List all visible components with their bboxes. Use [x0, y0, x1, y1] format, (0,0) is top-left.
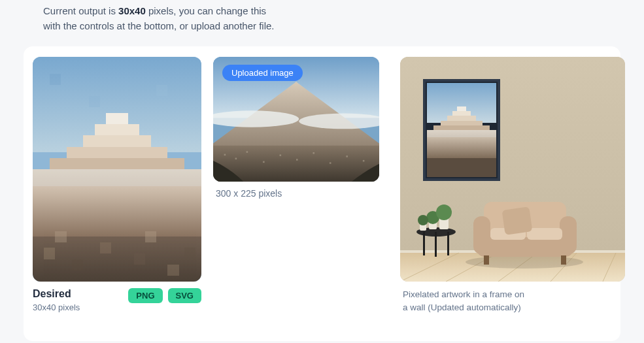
svg-rect-71	[502, 206, 533, 235]
svg-rect-5	[50, 158, 184, 169]
svg-rect-55	[423, 232, 425, 255]
desired-title: Desired	[33, 288, 80, 300]
svg-rect-15	[55, 231, 66, 242]
desired-panel: Desired 30x40 pixels PNG SVG	[33, 57, 201, 312]
svg-rect-25	[224, 154, 226, 156]
intro-suffix2: with the controls at the bottom, or uplo…	[43, 20, 275, 31]
upload-sub: 300 x 225 pixels	[213, 188, 379, 199]
svg-rect-33	[346, 155, 348, 157]
svg-rect-34	[363, 160, 365, 162]
svg-rect-31	[313, 152, 314, 154]
svg-rect-48	[447, 116, 475, 120]
svg-rect-4	[67, 147, 168, 158]
svg-rect-27	[246, 151, 248, 153]
svg-rect-47	[452, 111, 471, 116]
intro-suffix1: pixels, you can change this	[146, 5, 266, 16]
wall-sub-line2: a wall (Updated automatically)	[403, 302, 521, 312]
svg-rect-9	[44, 248, 55, 259]
svg-rect-13	[167, 265, 178, 276]
desired-image	[33, 57, 201, 282]
svg-rect-11	[100, 242, 111, 253]
svg-rect-10	[72, 259, 83, 270]
svg-rect-1	[106, 113, 128, 124]
svg-rect-50	[433, 125, 490, 130]
intro-text: Current output is 30x40 pixels, you can …	[0, 0, 644, 33]
svg-rect-17	[50, 74, 61, 85]
download-png-button[interactable]: PNG	[128, 288, 162, 303]
svg-rect-57	[435, 232, 437, 257]
svg-rect-72	[484, 255, 489, 265]
wall-panel: Pixelated artwork in a frame on a wall (…	[400, 57, 625, 315]
wall-mockup	[400, 57, 625, 282]
wall-sub-line1: Pixelated artwork in a frame on	[403, 289, 524, 299]
svg-rect-52	[426, 130, 497, 137]
svg-rect-2	[95, 124, 140, 135]
svg-rect-24	[213, 146, 379, 182]
svg-point-61	[436, 204, 452, 220]
svg-rect-53	[426, 158, 497, 177]
download-svg-button[interactable]: SVG	[168, 288, 201, 303]
intro-dims: 30x40	[118, 5, 146, 16]
svg-rect-56	[447, 232, 449, 255]
wall-sub: Pixelated artwork in a frame on a wall (…	[400, 288, 625, 315]
svg-point-63	[418, 215, 428, 225]
svg-rect-70	[527, 228, 562, 240]
svg-rect-3	[83, 135, 150, 146]
svg-rect-29	[280, 154, 282, 156]
svg-rect-7	[33, 169, 201, 186]
svg-rect-32	[330, 162, 331, 164]
svg-rect-49	[441, 121, 483, 125]
uploaded-image: Uploaded image	[213, 57, 379, 182]
svg-rect-30	[296, 159, 298, 161]
svg-rect-46	[457, 106, 466, 111]
svg-rect-14	[184, 248, 195, 259]
svg-rect-19	[89, 96, 100, 107]
svg-rect-67	[473, 216, 490, 254]
desired-sub: 30x40 pixels	[33, 302, 80, 312]
svg-rect-26	[235, 157, 237, 159]
uploaded-badge: Uploaded image	[222, 65, 303, 81]
svg-rect-18	[156, 85, 167, 96]
svg-rect-12	[134, 253, 145, 265]
main-card: Desired 30x40 pixels PNG SVG Uploaded im…	[24, 46, 620, 341]
svg-rect-73	[561, 255, 566, 265]
svg-rect-28	[263, 161, 265, 163]
svg-rect-16	[145, 231, 156, 242]
upload-panel: Uploaded image	[213, 57, 379, 199]
intro-prefix: Current output is	[43, 5, 118, 16]
